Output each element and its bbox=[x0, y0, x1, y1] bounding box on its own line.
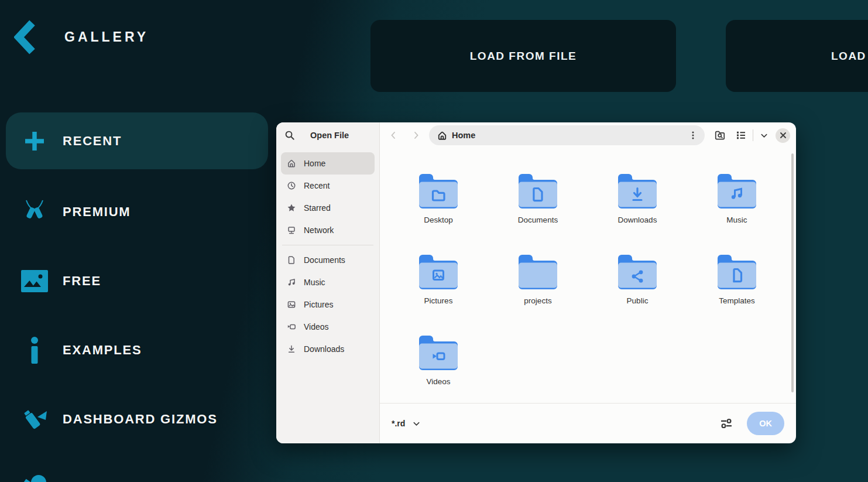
nav-item-label: EXAMPLES bbox=[63, 343, 142, 358]
folder-item[interactable]: Music bbox=[687, 170, 787, 251]
folder-label: Music bbox=[726, 216, 747, 224]
folder-label: projects bbox=[524, 296, 551, 305]
place-videos[interactable]: Videos bbox=[281, 316, 375, 338]
folder-item[interactable]: Documents bbox=[488, 170, 588, 251]
folder-item[interactable]: projects bbox=[488, 251, 588, 331]
place-label: Recent bbox=[304, 181, 330, 190]
path-location: Home bbox=[452, 131, 475, 140]
scrollbar[interactable] bbox=[791, 153, 794, 392]
dialog-main: Home bbox=[380, 122, 796, 443]
places-list: Home Recent Starred bbox=[276, 148, 379, 360]
load-from-file-button[interactable]: LOAD FROM FILE bbox=[370, 20, 676, 92]
file-filter-dropdown[interactable]: *.rd bbox=[392, 419, 421, 428]
clock-icon bbox=[287, 181, 296, 190]
back-chevron-icon[interactable] bbox=[14, 20, 36, 54]
folder-videos-icon bbox=[415, 331, 462, 378]
folder-label: Templates bbox=[719, 296, 755, 305]
place-label: Videos bbox=[304, 322, 329, 331]
picture-icon bbox=[20, 266, 49, 296]
close-icon[interactable] bbox=[776, 128, 790, 143]
view-options-chevron-icon[interactable] bbox=[757, 127, 771, 143]
folder-label: Desktop bbox=[424, 216, 453, 224]
dialog-sidebar: Open File Home Recent bbox=[276, 122, 380, 443]
folder-downloads-icon bbox=[614, 170, 661, 217]
load-from-file-label: LOAD FROM FILE bbox=[470, 50, 577, 63]
places-divider bbox=[282, 245, 373, 245]
place-starred[interactable]: Starred bbox=[281, 197, 375, 219]
forward-nav-icon[interactable] bbox=[408, 127, 424, 143]
folder-label: Documents bbox=[518, 216, 558, 224]
place-music[interactable]: Music bbox=[281, 271, 375, 293]
folder-documents-icon bbox=[514, 170, 561, 217]
nav-item-examples[interactable]: EXAMPLES bbox=[6, 322, 268, 378]
folder-item[interactable]: Templates bbox=[687, 251, 787, 331]
place-pictures[interactable]: Pictures bbox=[281, 293, 375, 316]
place-label: Network bbox=[304, 225, 334, 235]
place-downloads[interactable]: Downloads bbox=[281, 338, 375, 360]
partial-nav-icon bbox=[31, 475, 46, 482]
dialog-header: Home bbox=[380, 122, 796, 148]
nav-item-label: RECENT bbox=[63, 134, 122, 149]
folder-label: Videos bbox=[426, 377, 450, 386]
header-separator bbox=[753, 129, 753, 141]
star-icon bbox=[287, 203, 296, 213]
place-label: Starred bbox=[304, 203, 331, 213]
search-folder-icon[interactable] bbox=[712, 127, 728, 143]
nav-item-label: PREMIUM bbox=[63, 204, 131, 220]
nav-item-recent[interactable]: RECENT bbox=[6, 112, 268, 169]
filter-settings-icon[interactable] bbox=[720, 417, 733, 430]
folder-grid: Desktop Documents Downloads Music bbox=[380, 148, 796, 403]
nav-item-label: FREE bbox=[63, 274, 101, 289]
app-title: GALLERY bbox=[64, 29, 149, 45]
place-label: Home bbox=[304, 159, 325, 168]
open-file-dialog: Open File Home Recent bbox=[276, 122, 796, 443]
download-icon bbox=[287, 344, 296, 354]
search-icon[interactable] bbox=[284, 130, 295, 141]
list-view-icon[interactable] bbox=[733, 127, 749, 143]
folder-templates-icon bbox=[713, 251, 760, 298]
place-label: Downloads bbox=[304, 344, 344, 354]
place-label: Documents bbox=[304, 255, 345, 265]
load-button-truncated[interactable]: LOAD bbox=[726, 20, 868, 92]
picture-icon bbox=[287, 300, 296, 309]
folder-item[interactable]: Downloads bbox=[588, 170, 687, 251]
folder-pictures-icon bbox=[415, 251, 462, 298]
nav-item-free[interactable]: FREE bbox=[6, 252, 268, 309]
music-note-icon bbox=[287, 278, 296, 287]
folder-item[interactable]: Pictures bbox=[389, 251, 488, 331]
home-icon bbox=[287, 159, 296, 168]
folder-item[interactable]: Public bbox=[588, 251, 687, 331]
spray-can-icon bbox=[20, 405, 49, 434]
nav-item-premium[interactable]: PREMIUM bbox=[6, 183, 268, 240]
folder-music-icon bbox=[713, 170, 760, 217]
file-filter-value: *.rd bbox=[392, 419, 405, 428]
folder-public-icon bbox=[614, 251, 661, 298]
earbuds-icon bbox=[20, 197, 49, 227]
video-icon bbox=[287, 322, 296, 331]
home-icon bbox=[437, 131, 447, 141]
dialog-sidebar-header: Open File bbox=[276, 122, 379, 148]
folder-item[interactable]: Desktop bbox=[389, 170, 488, 251]
ok-button[interactable]: OK bbox=[747, 412, 784, 435]
folder-label: Downloads bbox=[618, 216, 657, 224]
folder-label: Public bbox=[627, 296, 649, 305]
place-label: Music bbox=[304, 278, 325, 287]
place-home[interactable]: Home bbox=[281, 152, 375, 175]
load-label: LOAD bbox=[831, 50, 866, 63]
kebab-menu-icon[interactable] bbox=[688, 131, 698, 140]
place-recent[interactable]: Recent bbox=[281, 175, 375, 197]
place-label: Pictures bbox=[304, 300, 334, 309]
dialog-title: Open File bbox=[310, 131, 349, 140]
path-bar[interactable]: Home bbox=[429, 125, 705, 145]
network-icon bbox=[287, 225, 296, 235]
folder-label: Pictures bbox=[424, 296, 453, 305]
back-nav-icon[interactable] bbox=[385, 127, 402, 143]
place-network[interactable]: Network bbox=[281, 219, 375, 241]
folder-desktop-icon bbox=[415, 170, 462, 217]
nav-item-dashboard-gizmos[interactable]: DASHBOARD GIZMOS bbox=[6, 391, 268, 447]
folder-plain-icon bbox=[514, 251, 561, 298]
folder-item[interactable]: Videos bbox=[389, 331, 488, 412]
nav-item-label: DASHBOARD GIZMOS bbox=[63, 412, 218, 427]
chevron-down-icon bbox=[412, 419, 421, 428]
place-documents[interactable]: Documents bbox=[281, 249, 375, 271]
